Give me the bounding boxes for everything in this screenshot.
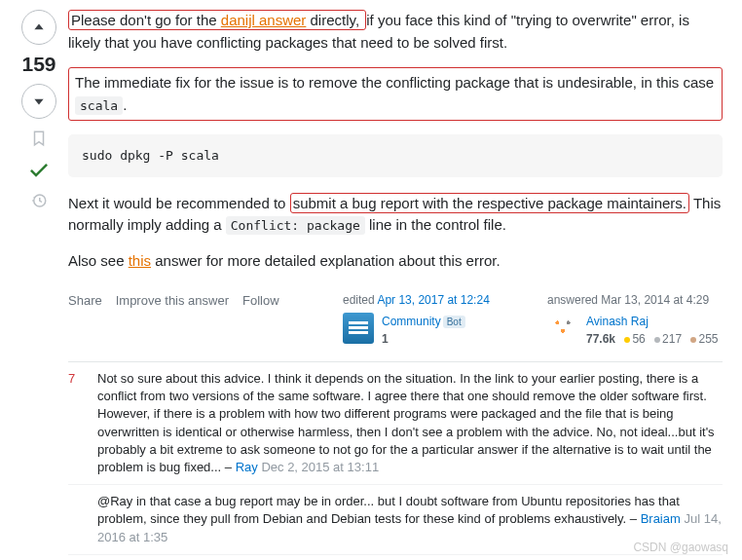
- comment-user-link[interactable]: Braiam: [641, 511, 681, 526]
- vote-score: 159: [21, 53, 56, 76]
- svg-rect-3: [349, 331, 368, 334]
- comments-section: 7 Not so sure about this advice. I think…: [68, 361, 723, 555]
- edit-time[interactable]: Apr 13, 2017 at 12:24: [377, 293, 489, 307]
- danijl-answer-link[interactable]: danijl answer: [221, 12, 307, 28]
- bot-badge: Bot: [443, 316, 465, 328]
- improve-link[interactable]: Improve this answer: [116, 291, 229, 311]
- editor-name[interactable]: Community: [382, 315, 441, 328]
- code-block: sudo dpkg -P scala: [68, 134, 723, 177]
- this-answer-link[interactable]: this: [129, 252, 151, 269]
- accepted-check-icon: [27, 158, 51, 181]
- author-rep: 77.6k 56 217 255: [586, 330, 718, 348]
- svg-rect-2: [349, 326, 368, 329]
- upvote-button[interactable]: [21, 10, 56, 45]
- comment-user-link[interactable]: Ray: [236, 460, 258, 474]
- comment-time[interactable]: Dec 2, 2015 at 13:11: [261, 460, 379, 474]
- highlighted-text: submit a bug report with the respective …: [290, 193, 689, 213]
- follow-link[interactable]: Follow: [242, 291, 279, 311]
- highlighted-paragraph: The immediate fix for the issue is to re…: [68, 67, 723, 121]
- code-conflict: Conflict: package: [226, 216, 365, 235]
- code-scala: scala: [75, 96, 123, 115]
- history-icon[interactable]: [27, 189, 51, 212]
- watermark: CSDN @gaowasq: [633, 541, 728, 554]
- paragraph: Next it would be recommended to submit a…: [68, 193, 723, 237]
- author-card: answered Mar 13, 2014 at 4:29 Avinash Ra…: [547, 291, 723, 348]
- paragraph: Also see this answer for more detailed e…: [68, 250, 723, 273]
- community-avatar[interactable]: [343, 313, 374, 344]
- comment-score: 7: [68, 370, 97, 476]
- comment-score: [68, 493, 97, 546]
- comment-text: Not so sure about this advice. I think i…: [97, 371, 715, 474]
- comment: 7 Not so sure about this advice. I think…: [68, 362, 723, 485]
- bookmark-icon[interactable]: [27, 127, 51, 150]
- bronze-badge-icon: [690, 337, 696, 343]
- author-avatar[interactable]: [547, 313, 578, 344]
- gold-badge-icon: [624, 337, 630, 343]
- answer-body: Please don't go for the danijl answer di…: [68, 10, 723, 555]
- svg-rect-1: [349, 321, 368, 324]
- comment: @Ray in that case a bug report may be in…: [68, 485, 723, 555]
- highlighted-text: Please don't go for the danijl answer di…: [68, 10, 366, 30]
- author-name[interactable]: Avinash Raj: [586, 313, 718, 330]
- comment-text: @Ray in that case a bug report may be in…: [97, 494, 680, 526]
- paragraph: Please don't go for the danijl answer di…: [68, 10, 723, 54]
- editor-card: edited Apr 13, 2017 at 12:24 CommunityBo…: [343, 291, 518, 348]
- downvote-button[interactable]: [21, 84, 56, 119]
- share-link[interactable]: Share: [68, 291, 102, 311]
- silver-badge-icon: [654, 337, 660, 343]
